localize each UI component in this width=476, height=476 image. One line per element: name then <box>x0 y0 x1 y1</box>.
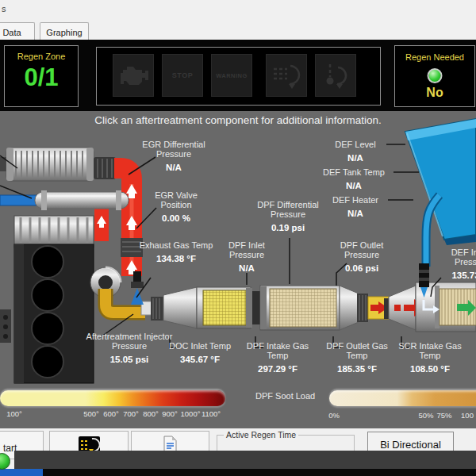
readout-label: SCR Intake Gas Temp <box>394 341 466 360</box>
readout-value: 108.50 °F <box>394 364 466 374</box>
readout-label: EGR Valve Position <box>144 190 208 209</box>
temp-tick: 500° <box>83 409 99 418</box>
readout-exhaust-gas-temp: Exhaust Gas Temp 134.38 °F <box>132 240 220 263</box>
temp-tick: 700° <box>123 409 139 418</box>
intercooler[interactable] <box>0 148 94 181</box>
charge-pipe-coupler <box>94 157 116 179</box>
doc[interactable] <box>197 287 252 328</box>
readout-dpf-outlet-pressure: DPF Outlet Pressure 0.06 psi <box>326 240 397 273</box>
readout-value: 185.35 °F <box>321 364 393 374</box>
dpf-outlet-cone[interactable] <box>340 286 368 330</box>
temp-tick: 1000° <box>181 409 201 418</box>
readout-label: DEF Tank Temp <box>310 167 397 177</box>
readout-label: DEF Inj Press <box>444 248 476 267</box>
taskbar-blue-segment <box>0 469 43 476</box>
readout-def-level: DEF Level N/A <box>320 140 391 163</box>
app-window: s Data Graphing Regen Zone 0/1 STOP WARN… <box>0 0 476 476</box>
readout-egr-valve-position: EGR Valve Position 0.00 % <box>144 190 208 223</box>
soot-tick: 50% <box>418 411 433 420</box>
decomposition-tube[interactable] <box>368 297 390 319</box>
readout-value: 297.29 °F <box>242 364 313 374</box>
temp-tick: 900° <box>162 409 178 418</box>
temp-tick: 1100° <box>202 409 221 418</box>
readout-label: DPF Intake Gas Temp <box>242 341 313 360</box>
readout-dpf-inlet-pressure: DPF Inlet Pressure N/A <box>215 240 278 273</box>
active-regen-time-label: Active Regen Time <box>224 430 298 440</box>
bi-directional-label: Bi Directional <box>380 439 441 451</box>
temp-tick: 800° <box>143 409 159 418</box>
readout-value: 0.19 psi <box>248 223 328 232</box>
readout-value: N/A <box>320 153 391 163</box>
readout-value: N/A <box>310 181 397 190</box>
readout-label: EGR Differential Pressure <box>134 140 213 159</box>
readout-dpf-outlet-gas-temp: DPF Outlet Gas Temp 185.35 °F <box>321 341 393 374</box>
doc-dpf-coupler <box>252 291 260 324</box>
readout-doc-inlet-temp: DOC Inlet Temp 345.67 °F <box>168 341 232 364</box>
readout-value: 134.38 °F <box>132 254 220 263</box>
readout-label: Exhaust Gas Temp <box>132 240 220 250</box>
readout-value: N/A <box>215 263 278 273</box>
readout-value: 0.00 % <box>144 213 208 223</box>
readout-def-injector-pressure: DEF Inj Press 135.73 <box>444 248 476 280</box>
readout-label: DPF Outlet Gas Temp <box>321 341 393 360</box>
exhaust-temp-scale <box>0 390 225 406</box>
readout-def-heater: DEF Heater N/A <box>320 195 391 218</box>
temp-tick: 100° <box>6 409 22 418</box>
soot-tick: 75% <box>436 411 451 420</box>
readout-value: 135.73 <box>444 271 476 280</box>
dpf[interactable] <box>260 286 340 330</box>
readout-scr-intake-gas-temp: SCR Intake Gas Temp 108.50 °F <box>394 341 466 374</box>
readout-dpf-intake-gas-temp: DPF Intake Gas Temp 297.29 °F <box>242 341 313 374</box>
aftertreatment-injector[interactable] <box>131 271 144 305</box>
engine[interactable] <box>0 216 94 383</box>
readout-value: 15.05 psi <box>86 355 173 364</box>
soot-load-label: DPF Soot Load <box>255 391 315 401</box>
readout-value: 345.67 °F <box>168 355 232 364</box>
readout-aftertreatment-injector-pressure: Aftertreatment Injector Pressure 15.05 p… <box>86 332 173 364</box>
def-tank[interactable] <box>405 119 476 245</box>
temp-tick: 600° <box>103 409 119 418</box>
readout-label: Aftertreatment Injector Pressure <box>86 332 173 351</box>
readout-def-tank-temp: DEF Tank Temp N/A <box>310 167 397 190</box>
overlay-bar <box>14 451 476 470</box>
doc-inlet-cone[interactable] <box>151 287 197 328</box>
soot-tick: 100 <box>461 411 474 420</box>
readout-label: DPF Inlet Pressure <box>215 240 278 259</box>
readout-value: 0.06 psi <box>326 263 397 273</box>
readout-label: DEF Level <box>320 140 391 149</box>
readout-label: DOC Inlet Temp <box>168 341 232 351</box>
readout-dpf-differential-pressure: DPF Differential Pressure 0.19 psi <box>248 200 328 232</box>
readout-value: N/A <box>320 209 391 218</box>
readout-label: DPF Differential Pressure <box>248 200 328 219</box>
soot-load-bar <box>329 390 476 406</box>
taskbar-black-segment <box>43 469 476 476</box>
readout-egr-differential-pressure: EGR Differential Pressure N/A <box>134 140 213 172</box>
readout-label: DPF Outlet Pressure <box>326 240 397 259</box>
readout-value: N/A <box>134 163 213 172</box>
soot-tick: 0% <box>328 411 340 420</box>
readout-label: DEF Heater <box>320 195 391 205</box>
